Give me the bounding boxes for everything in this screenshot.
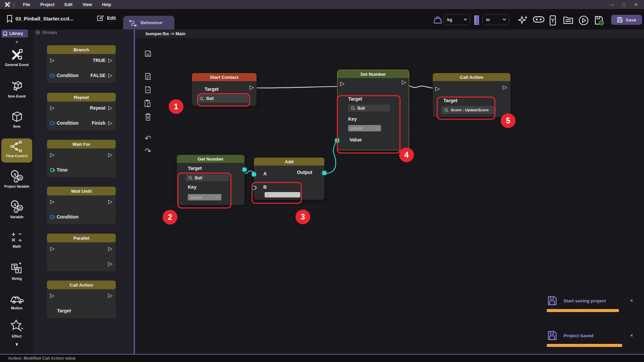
tab-library[interactable]: Library — [1, 29, 28, 38]
graph-canvas[interactable]: bumper.fbx -> Main — [134, 29, 644, 354]
annotation-rect-5 — [437, 97, 495, 120]
library-card-wait-for[interactable]: Wait For ▷ ▷ Time — [47, 140, 116, 177]
library-card-call-action[interactable]: Call Action ▷ ▷ Target — [47, 281, 116, 318]
annotation-number-3: 3 — [296, 209, 310, 224]
string-icon: T T — [10, 261, 24, 276]
project-variable-icon: x @ y — [10, 170, 24, 184]
sidebar-item-variable[interactable]: x @ y Variable — [0, 200, 34, 219]
exec-in-icon[interactable]: ▷ — [340, 81, 344, 86]
node-title: Get Number — [177, 155, 245, 163]
project-files-icon[interactable] — [563, 15, 574, 25]
close-button[interactable]: ✕ — [634, 2, 638, 7]
library-card-repeat[interactable]: Repeat ▷ Repeat▷ Condition Finish▷ — [47, 93, 116, 130]
sidebar-scroll-up[interactable]: ▲ — [0, 39, 34, 44]
exec-in-icon[interactable]: ▷ — [50, 293, 54, 298]
exec-out-icon[interactable]: ▷ — [108, 246, 112, 251]
sidebar-label: Item Event — [8, 94, 25, 98]
exec-in-icon[interactable]: ▷ — [435, 86, 440, 92]
exec-out-icon[interactable]: ▷ — [503, 84, 507, 90]
library-card-wait-until[interactable]: Wait Until ▷ ▷ Condition — [47, 187, 116, 224]
sidebar-scroll-down[interactable]: ▼ — [0, 342, 34, 347]
item-event-icon — [10, 80, 23, 93]
toast-start-saving: Start saving project ✕ — [547, 295, 635, 312]
sidebar-item-flow-control[interactable]: Flow Control — [0, 140, 34, 158]
port-label: Condition — [57, 73, 78, 78]
save-floppy-icon — [547, 295, 557, 306]
exec-in-icon[interactable]: ▷ — [50, 246, 54, 251]
item-cube-icon — [10, 110, 23, 123]
edit-button[interactable]: Edit — [97, 14, 116, 22]
exec-out-icon[interactable]: ▷ — [108, 152, 112, 158]
save-sync-icon[interactable] — [594, 15, 604, 26]
exec-out-icon[interactable]: ▷ — [108, 58, 112, 63]
exec-in-icon[interactable]: ▷ — [50, 105, 54, 111]
library-panel: Branch ▷ TRUE▷ Condition FALSE▷ Repeat ▷… — [34, 29, 134, 354]
port-label: FALSE — [91, 73, 106, 78]
exec-in-icon[interactable]: ▷ — [50, 152, 54, 158]
sidebar-label: Variable — [10, 215, 23, 219]
tab-groups[interactable]: Groups — [36, 30, 57, 35]
condition-port-icon[interactable] — [50, 215, 54, 219]
exec-out-icon[interactable]: ▷ — [250, 84, 254, 90]
annotation-number-4: 4 — [399, 147, 414, 162]
length-unit-select[interactable]: m — [482, 14, 509, 25]
toast-close-icon[interactable]: ✕ — [630, 333, 633, 338]
library-card-title: Repeat — [47, 93, 116, 102]
sidebar-item-motion[interactable]: Motion — [0, 293, 34, 310]
toast-close-icon[interactable]: ✕ — [630, 298, 633, 303]
device-phone-icon[interactable] — [549, 15, 557, 26]
library-card-branch[interactable]: Branch ▷ TRUE▷ Condition FALSE▷ — [47, 45, 116, 83]
motion-car-icon — [9, 293, 24, 305]
play-icon[interactable] — [578, 15, 589, 26]
exec-out-icon[interactable]: ▷ — [108, 120, 112, 126]
target-label: Target — [188, 166, 202, 171]
maximize-button[interactable]: □ — [623, 2, 625, 7]
chevron-down-icon — [503, 17, 506, 21]
svg-text:x: x — [13, 172, 17, 177]
condition-port-icon[interactable] — [50, 74, 54, 77]
output-port[interactable] — [322, 171, 326, 175]
exec-out-icon[interactable]: ▷ — [108, 261, 112, 266]
condition-port-icon[interactable] — [50, 121, 54, 125]
port-label: Condition — [57, 120, 78, 126]
sidebar-item-string[interactable]: T T String — [0, 261, 34, 281]
sidebar-item-item-event[interactable]: Item Event — [0, 80, 34, 98]
sidebar-item-math[interactable]: ＋−✕÷ Math — [0, 231, 34, 248]
sidebar-label: General Event — [5, 63, 29, 67]
menu-project[interactable]: Project — [35, 2, 59, 7]
port-label: TRUE — [93, 58, 106, 63]
sidebar-item-project-variable[interactable]: x @ y Project Variable — [0, 170, 34, 188]
exec-in-icon[interactable]: ▷ — [50, 199, 54, 204]
library-card-parallel[interactable]: Parallel ▷ ▷ ▷ — [47, 234, 116, 271]
menu-edit[interactable]: Edit — [59, 2, 77, 7]
menu-view[interactable]: View — [77, 2, 97, 7]
exec-out-icon[interactable]: ▷ — [108, 73, 112, 78]
input-a-port[interactable] — [252, 172, 256, 176]
save-button[interactable]: Save — [611, 15, 642, 25]
menu-help[interactable]: Help — [97, 2, 116, 7]
behaviour-graph-icon — [128, 19, 137, 26]
sidebar-item-general-event[interactable]: General Event — [0, 48, 34, 67]
effect-star-icon — [9, 319, 24, 333]
port-label: Target — [57, 308, 71, 313]
controller-pill-icon[interactable] — [533, 15, 545, 24]
sparkles-icon[interactable] — [518, 15, 528, 25]
behaviour-tab-label: Behaviour — [141, 20, 163, 25]
minimize-button[interactable]: – — [611, 2, 614, 7]
menu-file[interactable]: File — [18, 2, 35, 7]
sidebar-label: String — [12, 277, 22, 281]
tab-behaviour[interactable]: Behaviour — [123, 16, 174, 29]
exec-out-icon[interactable]: ▷ — [108, 105, 112, 111]
exec-out-icon[interactable]: ▷ — [108, 293, 112, 298]
exec-out-icon[interactable]: ▷ — [108, 199, 112, 204]
time-port-icon[interactable] — [50, 168, 54, 172]
output-port[interactable] — [243, 168, 247, 172]
toast-message: Project Saved — [564, 333, 593, 338]
menu-bar: | File Project Edit View Help – □ ✕ — [0, 0, 644, 9]
sidebar-item-item[interactable]: Item — [0, 110, 34, 128]
exec-in-icon[interactable]: ▷ — [50, 58, 54, 63]
sidebar-label: Project Variable — [4, 185, 29, 188]
sidebar-item-effect[interactable]: Effect — [0, 319, 34, 338]
mass-unit-select[interactable]: kg — [443, 14, 470, 25]
exec-out-icon[interactable]: ▷ — [402, 79, 406, 85]
